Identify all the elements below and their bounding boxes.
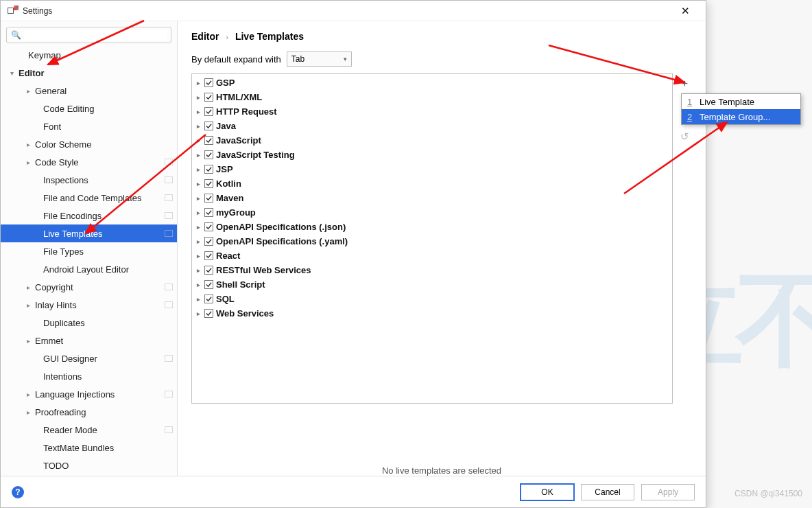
chevron-right-icon[interactable]: ▸ (24, 87, 32, 95)
sidebar-item-keymap[interactable]: Keymap (1, 46, 177, 64)
template-group-row[interactable]: ▸Kotlin (195, 176, 669, 191)
group-checkbox[interactable] (204, 295, 213, 303)
sidebar-item-gui-designer[interactable]: GUI Designer (1, 349, 177, 367)
group-checkbox[interactable] (204, 222, 213, 231)
expand-arrow-icon[interactable]: ▸ (195, 181, 202, 187)
template-group-row[interactable]: ▸JSP (195, 162, 669, 176)
sidebar-item-editor[interactable]: ▾Editor (1, 64, 177, 82)
sidebar-item-file-types[interactable]: File Types (1, 242, 177, 260)
sidebar-item-file-encodings[interactable]: File Encodings (1, 207, 177, 224)
group-checkbox[interactable] (204, 194, 213, 203)
expand-arrow-icon[interactable]: ▸ (195, 238, 202, 245)
template-group-row[interactable]: ▸myGroup (195, 205, 669, 220)
group-checkbox[interactable] (204, 165, 213, 174)
expand-arrow-icon[interactable]: ▸ (195, 80, 202, 86)
sidebar-item-font[interactable]: Font (1, 117, 177, 135)
sidebar-item-duplicates[interactable]: Duplicates (1, 314, 177, 332)
group-checkbox[interactable] (204, 208, 213, 217)
revert-button[interactable]: ↺ (678, 130, 691, 143)
expand-arrow-icon[interactable]: ▸ (195, 267, 202, 274)
search-box[interactable]: 🔍 (6, 27, 171, 43)
chevron-right-icon[interactable]: ▸ (24, 337, 32, 345)
chevron-down-icon[interactable]: ▾ (8, 69, 16, 77)
sidebar-item-general[interactable]: ▸General (1, 82, 177, 100)
expand-arrow-icon[interactable]: ▸ (195, 195, 202, 202)
group-checkbox[interactable] (204, 122, 213, 130)
expand-arrow-icon[interactable]: ▸ (195, 94, 202, 101)
sidebar-item-language-injections[interactable]: ▸Language Injections (1, 385, 177, 403)
sidebar-item-proofreading[interactable]: ▸Proofreading (1, 403, 177, 421)
popup-item-live-template[interactable]: 1Live Template (682, 94, 800, 109)
expand-arrow-icon[interactable]: ▸ (195, 224, 202, 231)
sidebar-item-inlay-hints[interactable]: ▸Inlay Hints (1, 296, 177, 314)
expand-arrow-icon[interactable]: ▸ (195, 123, 202, 130)
group-checkbox[interactable] (204, 237, 213, 246)
sidebar-item-code-editing[interactable]: Code Editing (1, 100, 177, 117)
template-group-row[interactable]: ▸React (195, 249, 669, 263)
expand-arrow-icon[interactable]: ▸ (195, 152, 202, 159)
sidebar-item-file-and-code-templates[interactable]: File and Code Templates (1, 189, 177, 207)
ok-button[interactable]: OK (521, 484, 574, 500)
group-label: HTTP Request (216, 106, 277, 117)
expand-arrow-icon[interactable]: ▸ (195, 137, 202, 144)
settings-tree[interactable]: Keymap▾Editor▸GeneralCode EditingFont▸Co… (1, 46, 177, 476)
template-group-row[interactable]: ▸JavaScript Testing (195, 148, 669, 162)
expand-key-combo[interactable]: Tab ▾ (287, 51, 352, 67)
chevron-right-icon[interactable]: ▸ (24, 301, 32, 309)
group-checkbox[interactable] (204, 136, 213, 145)
expand-arrow-icon[interactable]: ▸ (195, 253, 202, 259)
apply-button[interactable]: Apply (641, 484, 695, 500)
group-checkbox[interactable] (204, 309, 213, 318)
expand-arrow-icon[interactable]: ▸ (195, 310, 202, 317)
close-button[interactable]: ✕ (671, 1, 699, 21)
expand-arrow-icon[interactable]: ▸ (195, 281, 202, 288)
chevron-right-icon[interactable]: ▸ (24, 284, 32, 291)
sidebar-item-color-scheme[interactable]: ▸Color Scheme (1, 135, 177, 153)
sidebar-item-copyright[interactable]: ▸Copyright (1, 278, 177, 296)
sidebar-item-emmet[interactable]: ▸Emmet (1, 332, 177, 349)
template-group-row[interactable]: ▸Maven (195, 191, 669, 205)
chevron-right-icon[interactable]: ▸ (24, 408, 32, 416)
template-group-row[interactable]: ▸Java (195, 119, 669, 133)
help-button[interactable]: ? (12, 486, 24, 498)
group-checkbox[interactable] (204, 93, 213, 102)
sidebar-item-reader-mode[interactable]: Reader Mode (1, 421, 177, 439)
group-checkbox[interactable] (204, 78, 213, 87)
cancel-button[interactable]: Cancel (581, 484, 634, 500)
expand-arrow-icon[interactable]: ▸ (195, 296, 202, 303)
template-group-row[interactable]: ▸SQL (195, 292, 669, 306)
template-group-row[interactable]: ▸HTML/XML (195, 90, 669, 104)
expand-arrow-icon[interactable]: ▸ (195, 166, 202, 173)
template-group-row[interactable]: ▸HTTP Request (195, 104, 669, 119)
sidebar-item-android-layout-editor[interactable]: Android Layout Editor (1, 260, 177, 278)
sidebar-item-intentions[interactable]: Intentions (1, 367, 177, 385)
template-group-row[interactable]: ▸RESTful Web Services (195, 263, 669, 277)
group-checkbox[interactable] (204, 266, 213, 275)
sidebar-item-todo[interactable]: TODO (1, 457, 177, 474)
group-checkbox[interactable] (204, 107, 213, 116)
template-group-row[interactable]: ▸JavaScript (195, 133, 669, 148)
app-icon (8, 5, 19, 16)
template-group-row[interactable]: ▸Shell Script (195, 277, 669, 292)
add-button[interactable]: ＋ (678, 76, 691, 90)
popup-item-template-group-[interactable]: 2Template Group... (682, 109, 800, 124)
template-groups-list[interactable]: ▸GSP▸HTML/XML▸HTTP Request▸Java▸JavaScri… (191, 73, 673, 404)
search-input[interactable] (24, 30, 167, 41)
group-checkbox[interactable] (204, 251, 213, 260)
template-group-row[interactable]: ▸OpenAPI Specifications (.yaml) (195, 234, 669, 249)
template-group-row[interactable]: ▸OpenAPI Specifications (.json) (195, 220, 669, 234)
group-checkbox[interactable] (204, 150, 213, 159)
sidebar-item-inspections[interactable]: Inspections (1, 171, 177, 189)
group-checkbox[interactable] (204, 179, 213, 188)
group-checkbox[interactable] (204, 280, 213, 289)
chevron-right-icon[interactable]: ▸ (24, 159, 32, 166)
sidebar-item-textmate-bundles[interactable]: TextMate Bundles (1, 439, 177, 457)
expand-arrow-icon[interactable]: ▸ (195, 108, 202, 115)
expand-arrow-icon[interactable]: ▸ (195, 209, 202, 216)
template-group-row[interactable]: ▸Web Services (195, 306, 669, 321)
chevron-right-icon[interactable]: ▸ (24, 391, 32, 398)
sidebar-item-live-templates[interactable]: Live Templates (1, 224, 177, 242)
chevron-right-icon[interactable]: ▸ (24, 141, 32, 148)
sidebar-item-code-style[interactable]: ▸Code Style (1, 153, 177, 171)
template-group-row[interactable]: ▸GSP (195, 76, 669, 90)
